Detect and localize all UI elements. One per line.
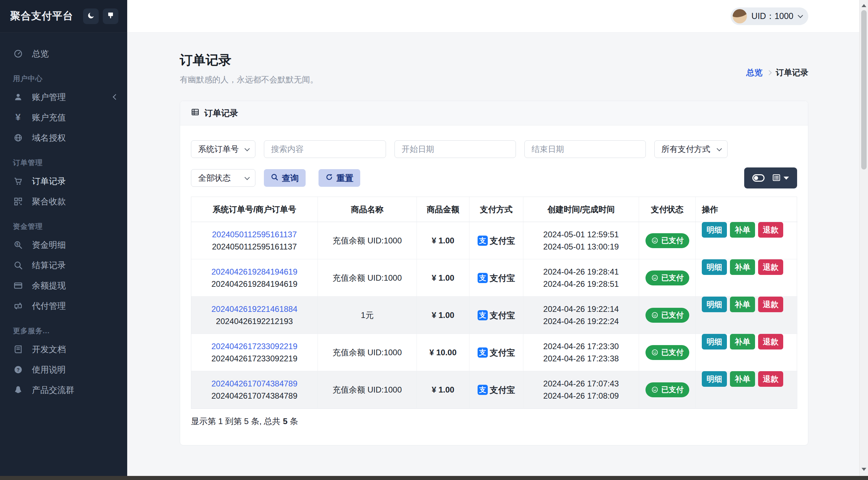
smiley-icon — [651, 386, 659, 394]
sidebar-item-balance-withdrawal[interactable]: 余额提现 — [0, 275, 127, 296]
order-no-cell: 2024042617233092219 2024042617233092219 — [191, 334, 318, 371]
status-badge: 已支付 — [645, 345, 689, 360]
arrow-up-icon — [862, 4, 866, 7]
supplement-button[interactable]: 补单 — [730, 297, 755, 312]
search-type-select[interactable]: 系统订单号 — [191, 140, 255, 158]
detail-button[interactable]: 明细 — [702, 371, 727, 387]
status-badge-label: 已支付 — [661, 235, 684, 247]
breadcrumb-current: 订单记录 — [776, 67, 808, 78]
user-icon — [13, 93, 23, 102]
query-button[interactable]: 查询 — [264, 169, 306, 187]
product-cell: 1元 — [318, 297, 417, 334]
refund-button[interactable]: 退款 — [758, 371, 783, 387]
supplement-button[interactable]: 补单 — [730, 334, 755, 349]
completed-time: 2024-05-01 13:00:19 — [543, 241, 619, 253]
table-row: 2024042619284194619 2024042619284194619 … — [191, 259, 797, 297]
theme-button[interactable] — [103, 8, 118, 24]
sidebar-item-account-recharge[interactable]: ¥ 账户充值 — [0, 107, 127, 127]
reset-button[interactable]: 重置 — [319, 169, 360, 187]
sidebar-item-fund-details[interactable]: $ 资金明细 — [0, 235, 127, 255]
sidebar-item-dev-docs[interactable]: 开发文档 — [0, 339, 127, 359]
merchant-order-no: 2024042617074384789 — [211, 390, 297, 402]
supplement-button[interactable]: 补单 — [730, 371, 755, 387]
status-badge-label: 已支付 — [661, 384, 684, 396]
detail-button[interactable]: 明细 — [702, 259, 727, 275]
list-icon — [772, 173, 781, 183]
sidebar-item-usage-instructions[interactable]: ? 使用说明 — [0, 359, 127, 380]
completed-time: 2024-04-26 17:23:38 — [543, 353, 619, 365]
sidebar-item-label: 余额提现 — [32, 280, 66, 291]
sidebar-item-product-group[interactable]: 产品交流群 — [0, 380, 127, 400]
supplement-button[interactable]: 补单 — [730, 222, 755, 238]
toggle-view-button[interactable] — [752, 174, 765, 182]
sidebar-item-settlement-records[interactable]: 结算记录 — [0, 255, 127, 275]
sidebar-item-label: 产品交流群 — [32, 384, 74, 396]
scroll-up-button[interactable] — [860, 1, 868, 9]
refund-button[interactable]: 退款 — [758, 297, 783, 312]
detail-button[interactable]: 明细 — [702, 334, 727, 349]
search-icon — [271, 173, 278, 183]
smiley-icon — [651, 311, 659, 319]
sidebar-item-domain-authorization[interactable]: 域名授权 — [0, 127, 127, 148]
scrollbar-thumb[interactable] — [861, 10, 867, 169]
chevron-down-icon — [798, 13, 803, 18]
system-order-link[interactable]: 2024050112595161137 — [212, 228, 297, 241]
refund-button[interactable]: 退款 — [758, 334, 783, 349]
sidebar-item-order-records[interactable]: 订单记录 — [0, 171, 127, 191]
refund-button[interactable]: 退款 — [758, 222, 783, 238]
sidebar-item-payout-management[interactable]: 代付管理 — [0, 296, 127, 316]
sidebar-item-label: 结算记录 — [32, 260, 66, 271]
sidebar-item-label: 资金明细 — [32, 239, 66, 251]
breadcrumb-separator-icon — [767, 70, 772, 75]
refresh-icon — [325, 173, 333, 183]
sidebar-item-account-management[interactable]: 账户管理 — [0, 87, 127, 107]
detail-button[interactable]: 明细 — [702, 222, 727, 238]
paint-brush-icon — [107, 12, 115, 21]
breadcrumb-overview-link[interactable]: 总览 — [746, 67, 763, 78]
sidebar-item-label: 域名授权 — [32, 132, 66, 143]
pay-method-select[interactable]: 所有支付方式 — [654, 140, 728, 158]
sidebar-item-aggregate-collection[interactable]: 聚合收款 — [0, 191, 127, 212]
pay-method-cell: 支 支付宝 — [469, 371, 523, 408]
column-header: 系统订单号/商户订单号 — [191, 197, 318, 222]
money-transfer-icon — [13, 301, 23, 311]
order-no-cell: 2024050112595161137 2024050112595161137 — [191, 222, 318, 259]
system-order-link[interactable]: 2024042617233092219 — [211, 340, 297, 353]
sidebar-item-overview[interactable]: 总览 — [0, 43, 127, 64]
search-icon — [13, 261, 23, 270]
credit-card-icon — [13, 281, 23, 290]
svg-text:?: ? — [17, 367, 20, 372]
system-order-link[interactable]: 2024042617074384789 — [211, 378, 297, 390]
end-date-input[interactable] — [524, 140, 646, 158]
cart-icon — [13, 177, 23, 186]
status-select[interactable]: 全部状态 — [191, 169, 255, 187]
time-cell: 2024-04-26 19:22:14 2024-04-26 19:22:24 — [523, 297, 639, 334]
reset-button-label: 重置 — [336, 173, 353, 184]
sidebar-section-more-services: 更多服务... — [0, 316, 127, 339]
filter-row-1: 系统订单号 所有支付方式 — [191, 140, 797, 158]
pay-method-name: 支付宝 — [490, 346, 515, 359]
start-date-input[interactable] — [394, 140, 516, 158]
qrcode-icon — [13, 197, 23, 206]
refund-button[interactable]: 退款 — [758, 259, 783, 275]
pay-method-cell: 支 支付宝 — [469, 297, 523, 334]
created-time: 2024-05-01 12:59:51 — [543, 228, 619, 241]
system-order-link[interactable]: 2024042619284194619 — [211, 266, 297, 278]
uid-label: UID：1000 — [751, 11, 793, 22]
system-order-link[interactable]: 2024042619221461884 — [211, 303, 297, 315]
scroll-down-button[interactable] — [860, 465, 868, 473]
amount-cell: ¥ 1.00 — [417, 297, 469, 334]
detail-button[interactable]: 明细 — [702, 297, 727, 312]
status-badge: 已支付 — [645, 382, 689, 397]
search-input[interactable] — [264, 140, 386, 158]
alipay-icon: 支 — [478, 385, 488, 395]
user-menu[interactable]: UID：1000 — [731, 7, 808, 25]
status-cell: 已支付 — [639, 334, 696, 371]
vertical-scrollbar[interactable] — [859, 0, 868, 476]
columns-dropdown-button[interactable] — [772, 173, 789, 183]
amount-cell: ¥ 1.00 — [417, 371, 469, 408]
order-no-cell: 2024042619221461884 20240426192212193 — [191, 297, 318, 334]
supplement-button[interactable]: 补单 — [730, 259, 755, 275]
pay-method-name: 支付宝 — [490, 384, 515, 396]
dark-mode-button[interactable] — [83, 8, 99, 24]
